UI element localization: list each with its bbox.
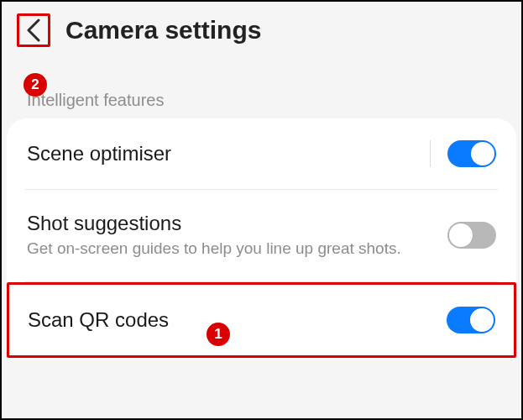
setting-scene-optimiser[interactable]: Scene optimiser <box>25 118 498 190</box>
toggle-scene-optimiser[interactable] <box>447 140 496 167</box>
toggle-scan-qr-codes[interactable] <box>447 307 495 333</box>
chevron-left-icon <box>26 18 41 42</box>
annotation-badge-1: 1 <box>207 323 230 346</box>
header: Camera settings <box>2 2 521 54</box>
divider <box>430 140 431 167</box>
settings-card: Scene optimiser Shot suggestions Get on-… <box>7 118 516 358</box>
toggle-shot-suggestions[interactable] <box>447 222 496 249</box>
setting-description: Get on-screen guides to help you line up… <box>27 239 434 260</box>
setting-label: Scene optimiser <box>27 142 416 165</box>
section-label: Intelligent features <box>2 54 521 118</box>
setting-scan-qr-codes[interactable]: Scan QR codes <box>7 282 516 358</box>
setting-label: Scan QR codes <box>28 308 433 332</box>
back-button[interactable] <box>17 13 50 47</box>
setting-label: Shot suggestions <box>27 212 434 235</box>
annotation-badge-2: 2 <box>24 73 47 97</box>
page-title: Camera settings <box>65 16 261 45</box>
setting-shot-suggestions[interactable]: Shot suggestions Get on-screen guides to… <box>25 190 498 282</box>
